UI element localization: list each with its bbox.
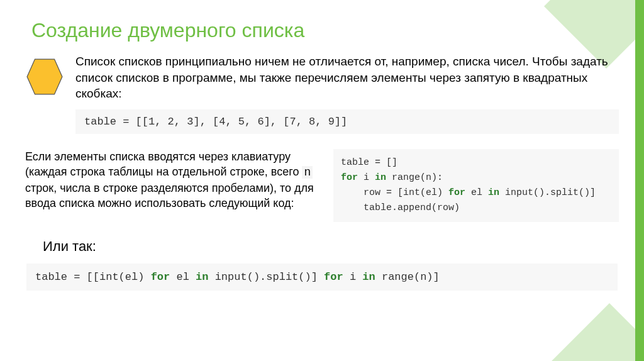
accent-triangle-bottom xyxy=(552,303,644,361)
intro-text-box: Список списков принципиально ничем не от… xyxy=(75,53,619,134)
code-block-3: table = [[int(el) for el in input().spli… xyxy=(26,264,618,291)
intro-paragraph: Список списков принципиально ничем не от… xyxy=(75,53,619,102)
input-paragraph: Если элементы списка вводятся через клав… xyxy=(25,149,314,211)
code-block-2: table = [] for i in range(n): row = [int… xyxy=(333,149,619,222)
intro-section: Список списков принципиально ничем не от… xyxy=(25,53,619,134)
inline-code-n: n xyxy=(302,166,313,179)
slide-container: Создание двумерного списка Список списко… xyxy=(0,0,644,303)
svg-marker-0 xyxy=(27,59,62,94)
or-label: Или так: xyxy=(43,238,619,255)
slide-title: Создание двумерного списка xyxy=(31,19,619,42)
hexagon-icon xyxy=(25,57,64,99)
code-block-1: table = [[1, 2, 3], [4, 5, 6], [7, 8, 9]… xyxy=(75,109,619,134)
input-section: Если элементы списка вводятся через клав… xyxy=(25,149,619,222)
